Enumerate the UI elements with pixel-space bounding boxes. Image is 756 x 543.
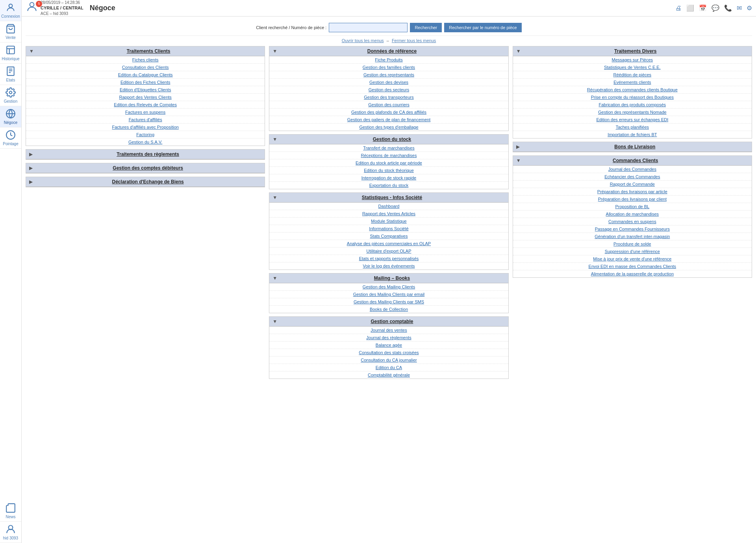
calendar-icon[interactable]: 📅 (699, 4, 707, 12)
section-header-statistiques[interactable]: ▼Statistiques - Infos Société (269, 193, 508, 203)
menu-item[interactable]: Génération d'un transfert inter-magasin (513, 233, 752, 240)
menu-item[interactable]: Evénements clients (513, 79, 752, 86)
menu-item[interactable]: Gestion des transporteurs (269, 94, 508, 101)
sidebar-item-pointage[interactable]: Pointage (0, 127, 21, 149)
menu-item[interactable]: Journal des règlements (269, 334, 508, 342)
section-header-gestion-comptable[interactable]: ▼Gestion comptable (269, 317, 508, 327)
email-icon[interactable]: ✉ (737, 4, 742, 12)
menu-item[interactable]: Commandes en suspens (513, 218, 752, 225)
menu-item[interactable]: Allocation de marchandises (513, 211, 752, 218)
section-header-traitements-divers[interactable]: ▼Traitements Divers (513, 46, 752, 56)
menu-item[interactable]: Rapport des Ventes Articles (269, 210, 508, 218)
menu-item[interactable]: Interrogation de stock rapide (269, 174, 508, 182)
menu-item[interactable]: Journal des Commandes (513, 166, 752, 173)
sms-icon[interactable]: 💬 (712, 4, 719, 12)
sidebar-item-vente[interactable]: Vente (0, 21, 21, 42)
menu-item[interactable]: Gestion des secteurs (269, 86, 508, 94)
menu-item[interactable]: Consultation des Clients (26, 64, 265, 71)
menu-item[interactable]: Gestion des Mailing Clients (269, 283, 508, 291)
menu-item[interactable]: Informations Société (269, 225, 508, 233)
menu-item[interactable]: Gestion des représentants (269, 71, 508, 79)
close-all-menus-link[interactable]: Fermer tous les menus (392, 38, 436, 43)
open-all-menus-link[interactable]: Ouvrir tous les menus (342, 38, 384, 43)
menu-item[interactable]: Factures en suspens (26, 109, 265, 116)
menu-item[interactable]: Procédure de solde (513, 240, 752, 248)
menu-item[interactable]: Gestion des types d'emballage (269, 124, 508, 131)
settings-icon[interactable]: ⚙ (747, 4, 752, 12)
menu-item[interactable]: Fiche Produits (269, 56, 508, 64)
sidebar-item-historique[interactable]: Historique (0, 42, 21, 64)
menu-item[interactable]: Taches planifiées (513, 124, 752, 131)
menu-item[interactable]: Prise en compte du réassort des Boutique… (513, 94, 752, 101)
menu-item[interactable]: Edition du stock article par période (269, 159, 508, 167)
menu-item[interactable]: Edition du stock théorique (269, 167, 508, 174)
menu-item[interactable]: Gestion des plafonds de CA des affiliés (269, 109, 508, 116)
menu-item[interactable]: Gestion des Mailing Clients par email (269, 291, 508, 298)
menu-item[interactable]: Gestion du S.A.V. (26, 139, 265, 146)
menu-item[interactable]: Proposition de BL (513, 203, 752, 211)
menu-item[interactable]: Echéancier des Commandes (513, 173, 752, 181)
menu-item[interactable]: Etats et rapports personnalisés (269, 255, 508, 262)
menu-item[interactable]: Préparation des livraisons par client (513, 196, 752, 203)
menu-item[interactable]: Edition des erreurs sur échanges EDI (513, 116, 752, 124)
menu-item[interactable]: Alimentation de la passerelle de product… (513, 270, 752, 277)
menu-item[interactable]: Edition des Relevés de Comptes (26, 101, 265, 109)
menu-item[interactable]: Suppression d'une référence (513, 248, 752, 255)
menu-item[interactable]: Consultation du CA journalier (269, 356, 508, 364)
menu-item[interactable]: Envoi EDI en masse des Commandes Clients (513, 263, 752, 270)
menu-item[interactable]: Réceptions de marchandises (269, 152, 508, 159)
menu-item[interactable]: Mise à jour prix de vente d'une référenc… (513, 255, 752, 263)
search-input[interactable] (329, 23, 408, 32)
menu-item[interactable]: Factures d'affiliés (26, 116, 265, 124)
menu-item[interactable]: Passage en Commandes Fournisseurs (513, 225, 752, 233)
menu-item[interactable]: Books de Collection (269, 306, 508, 313)
section-header-commandes-clients[interactable]: ▼Commandes Clients (513, 156, 752, 166)
menu-item[interactable]: Rapport des Ventes Clients (26, 94, 265, 101)
search-button[interactable]: Rechercher (410, 23, 442, 32)
menu-item[interactable]: Réédition de pièces (513, 71, 752, 79)
menu-item[interactable]: Journal des ventes (269, 327, 508, 334)
menu-item[interactable]: Edition des Fiches Clients (26, 79, 265, 86)
menu-item[interactable]: Récupération des commandes clients Bouti… (513, 86, 752, 94)
menu-item[interactable]: Préparation des livraisons par article (513, 188, 752, 196)
section-header-mailing-books[interactable]: ▼Mailing – Books (269, 273, 508, 283)
menu-item[interactable]: Fabrication des produits composés (513, 101, 752, 109)
menu-item[interactable]: Module Statistique (269, 218, 508, 225)
menu-item[interactable]: Edition du Catalogue Clients (26, 71, 265, 79)
menu-item[interactable]: Voir le log des événements (269, 262, 508, 270)
menu-item[interactable]: Edition d'Etiquettes Clients (26, 86, 265, 94)
menu-item[interactable]: Gestion des paliers de plan de financeme… (269, 116, 508, 124)
menu-item[interactable]: Gestion des familles clients (269, 64, 508, 71)
menu-item[interactable]: Edition du CA (269, 364, 508, 371)
menu-item[interactable]: Factures d'affiliés avec Proposition (26, 124, 265, 131)
menu-item[interactable]: Balance agée (269, 342, 508, 349)
menu-item[interactable]: Dashboard (269, 203, 508, 210)
menu-item[interactable]: Comptabilité générale (269, 371, 508, 379)
section-header-donnees-reference[interactable]: ▼Données de référence (269, 46, 508, 56)
print-icon[interactable]: 🖨 (675, 5, 682, 12)
section-header-gestion-comptes[interactable]: ▶Gestion des comptes débiteurs (26, 163, 265, 173)
menu-item[interactable]: Stats Comparatives (269, 233, 508, 240)
menu-item[interactable]: Fiches clients (26, 56, 265, 64)
section-header-bons-livraison[interactable]: ▶Bons de Livraison (513, 142, 752, 152)
menu-item[interactable]: Factoring (26, 131, 265, 139)
menu-item[interactable]: Rapport de Commande (513, 181, 752, 188)
section-header-traitements-clients[interactable]: ▼Traitements Clients (26, 46, 265, 56)
sidebar-item-negoce[interactable]: Négoce (0, 106, 21, 127)
sidebar-item-etats[interactable]: Etats (0, 64, 21, 85)
menu-item[interactable]: Analyse des pièces commerciales en OLAP (269, 240, 508, 247)
menu-item[interactable]: Gestion des représentants Nomade (513, 109, 752, 116)
section-header-gestion-stock[interactable]: ▼Gestion du stock (269, 135, 508, 144)
menu-item[interactable]: Gestion des Mailing Clients par SMS (269, 298, 508, 306)
menu-item[interactable]: Gestion des devises (269, 79, 508, 86)
menu-item[interactable]: Transfert de marchandises (269, 144, 508, 152)
menu-item[interactable]: Statistiques de Ventes C.E.E. (513, 64, 752, 71)
sidebar-item-gestion[interactable]: Gestion (0, 85, 21, 106)
sidebar-item-connexion[interactable]: Connexion (0, 0, 21, 21)
menu-item[interactable]: Consultation des stats croisées (269, 349, 508, 356)
section-header-traitements-reglements[interactable]: ▶Traitements des règlements (26, 150, 265, 159)
menu-item[interactable]: Messages sur Pièces (513, 56, 752, 64)
menu-item[interactable]: Utilitaire d'export OLAP (269, 247, 508, 255)
window-icon[interactable]: ⬜ (686, 4, 694, 12)
menu-item[interactable]: Gestion des courriers (269, 101, 508, 109)
